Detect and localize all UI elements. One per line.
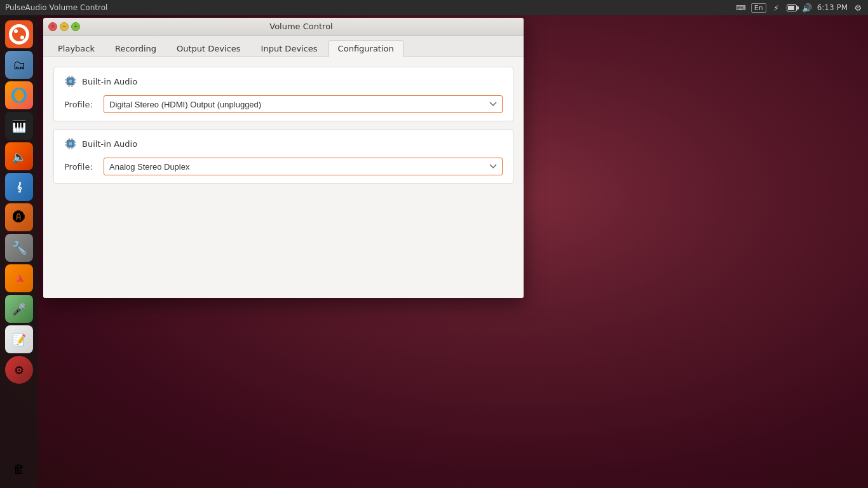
tab-content-configuration: Built-in Audio Profile: Digital Stereo (… [43, 57, 524, 298]
sidebar-item-appstore[interactable]: 🅐 [5, 203, 33, 231]
sidebar-item-text-editor[interactable]: 📝 [5, 325, 33, 353]
audio-section-1: Built-in Audio Profile: Digital Stereo (… [53, 67, 513, 121]
svg-rect-16 [65, 145, 67, 146]
section-header-2: Built-in Audio [64, 137, 503, 150]
app-title: PulseAudio Volume Control [5, 3, 107, 12]
keyboard-icon: ⌨ [736, 3, 746, 13]
profile-select-2[interactable]: Digital Stereo (HDMI) Output (unplugged)… [104, 158, 503, 175]
svg-rect-14 [69, 142, 72, 146]
sidebar-item-piano[interactable]: 🎹 [5, 112, 33, 140]
svg-rect-19 [69, 138, 70, 140]
sidebar-item-app-ball[interactable]: ⚙ [5, 356, 33, 384]
svg-rect-6 [74, 79, 76, 81]
sidebar-item-microphone[interactable]: 🎤 [5, 295, 33, 323]
window-titlebar: × − + Volume Control [43, 18, 524, 36]
window-content: Playback Recording Output Devices Input … [43, 36, 524, 298]
close-button[interactable]: × [48, 22, 57, 31]
audio-section-2: Built-in Audio Profile: Digital Stereo (… [53, 129, 513, 184]
svg-rect-22 [72, 147, 73, 149]
sidebar-item-firefox[interactable] [5, 81, 33, 109]
sidebar-item-files[interactable]: 🗂 [5, 51, 33, 79]
profile-row-1: Profile: Digital Stereo (HDMI) Output (u… [64, 95, 503, 113]
section-title-2: Built-in Audio [82, 139, 137, 149]
window-title: Volume Control [84, 22, 519, 31]
minimize-button[interactable]: − [60, 22, 69, 31]
section-title-1: Built-in Audio [82, 77, 137, 86]
svg-rect-10 [69, 85, 70, 87]
sidebar-item-musescore[interactable]: 𝄞 [5, 173, 33, 201]
svg-rect-5 [65, 83, 67, 84]
chip-icon-2 [64, 137, 77, 150]
language-indicator[interactable]: En [751, 3, 766, 13]
tab-configuration[interactable]: Configuration [329, 40, 403, 57]
top-panel-left: PulseAudio Volume Control [5, 3, 107, 12]
profile-label-1: Profile: [64, 100, 96, 109]
sidebar: 🗂 🎹 🔈 𝄞 🅐 🔧 🔺 🎤 📝 ⚙ [0, 15, 38, 488]
svg-rect-7 [74, 83, 76, 84]
volume-icon[interactable]: 🔊 [802, 3, 812, 13]
sidebar-item-audio[interactable]: 🔈 [5, 142, 33, 170]
bluetooth-icon: ⚡ [771, 3, 782, 13]
volume-control-window: × − + Volume Control Playback Recording … [43, 18, 524, 298]
tab-recording[interactable]: Recording [105, 40, 166, 57]
tabs-bar: Playback Recording Output Devices Input … [43, 36, 524, 57]
tab-input-devices[interactable]: Input Devices [252, 40, 327, 57]
svg-rect-17 [74, 142, 76, 143]
sidebar-item-trash[interactable]: 🗑 [5, 455, 33, 483]
sidebar-item-settings[interactable]: 🔧 [5, 234, 33, 262]
svg-rect-9 [72, 76, 73, 78]
titlebar-buttons: × − + [48, 22, 80, 31]
clock: 6:13 PM [817, 3, 848, 12]
svg-rect-3 [69, 80, 72, 83]
svg-rect-20 [72, 138, 73, 140]
profile-label-2: Profile: [64, 162, 96, 172]
tab-playback[interactable]: Playback [48, 40, 104, 57]
battery-icon [787, 3, 797, 13]
profile-row-2: Profile: Digital Stereo (HDMI) Output (u… [64, 158, 503, 175]
tab-output-devices[interactable]: Output Devices [167, 40, 250, 57]
svg-rect-8 [69, 76, 70, 78]
section-header-1: Built-in Audio [64, 75, 503, 88]
svg-rect-4 [65, 79, 67, 81]
svg-rect-15 [65, 142, 67, 143]
svg-rect-21 [69, 147, 70, 149]
maximize-button[interactable]: + [71, 22, 80, 31]
svg-rect-11 [72, 85, 73, 87]
sidebar-item-ubuntu[interactable] [5, 20, 33, 48]
profile-select-1[interactable]: Digital Stereo (HDMI) Output (unplugged)… [104, 95, 503, 113]
system-icon[interactable]: ⚙ [853, 3, 863, 13]
svg-rect-18 [74, 145, 76, 146]
top-panel: PulseAudio Volume Control ⌨ En ⚡ 🔊 6:13 … [0, 0, 868, 15]
chip-icon-1 [64, 75, 77, 88]
sidebar-item-vlc[interactable]: 🔺 [5, 264, 33, 292]
top-panel-right: ⌨ En ⚡ 🔊 6:13 PM ⚙ [736, 3, 863, 13]
